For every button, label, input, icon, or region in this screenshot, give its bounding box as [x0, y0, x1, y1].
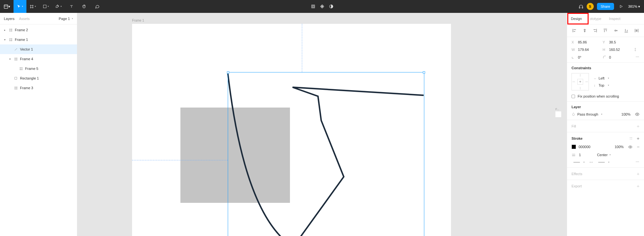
- swap-caps-icon[interactable]: [589, 160, 593, 164]
- h-field[interactable]: H160.52: [603, 48, 631, 52]
- constraint-horizontal-select[interactable]: ↔ Left ▾: [593, 76, 609, 80]
- shape-tool-button[interactable]: ▾: [39, 0, 52, 13]
- canvas[interactable]: Frame 1 179.64 × 160.52 F...: [77, 13, 567, 236]
- hand-tool-button[interactable]: [78, 0, 91, 13]
- constraints-widget[interactable]: +: [572, 73, 589, 90]
- effects-title: Effects: [572, 172, 582, 176]
- small-frame[interactable]: F...: [555, 111, 561, 117]
- transform-more-button[interactable]: ⋯: [636, 55, 639, 59]
- chevron-down-icon: ▾: [8, 5, 10, 9]
- export-section: Export +: [567, 180, 644, 192]
- layer-opacity-field[interactable]: 100%: [621, 112, 630, 116]
- zoom-control[interactable]: 381% ▾: [628, 5, 640, 9]
- corner-icon: [603, 55, 607, 59]
- corner-radius-field[interactable]: 0: [603, 55, 631, 59]
- svg-rect-0: [4, 5, 7, 8]
- add-fill-button[interactable]: +: [637, 123, 639, 129]
- visibility-toggle[interactable]: [635, 112, 639, 117]
- tab-assets[interactable]: Assets: [19, 17, 30, 21]
- x-field[interactable]: X85.86: [572, 40, 600, 44]
- vector-1-shape[interactable]: [228, 72, 424, 236]
- layer-row[interactable]: Frame 3: [0, 83, 77, 93]
- y-field[interactable]: Y38.5: [603, 40, 631, 44]
- chevron-down-icon: ▾: [583, 161, 585, 164]
- align-right-button[interactable]: [592, 28, 598, 33]
- export-title: Export: [572, 184, 582, 188]
- align-v-center-button[interactable]: [613, 28, 619, 33]
- svg-rect-5: [579, 7, 580, 8]
- layer-expand-toggle[interactable]: ▸: [3, 29, 6, 32]
- pen-tool-button[interactable]: ▾: [52, 0, 65, 13]
- transform-section: X85.86 Y38.5 W179.64 H160.52 0° 0 ⋯: [567, 37, 644, 63]
- headphones-icon[interactable]: [579, 4, 583, 9]
- frame-selection-button[interactable]: [311, 0, 315, 13]
- frame-tool-button[interactable]: ▾: [26, 0, 39, 13]
- chevron-down-icon: ▾: [608, 77, 609, 80]
- frame-icon: [9, 28, 13, 32]
- layer-row[interactable]: ▾Frame 1: [0, 35, 77, 44]
- stroke-hex-field[interactable]: 000000: [579, 145, 591, 149]
- w-field[interactable]: W179.64: [572, 48, 600, 52]
- add-stroke-button[interactable]: +: [637, 136, 639, 141]
- svg-rect-1: [43, 5, 46, 8]
- layer-expand-toggle[interactable]: ▾: [3, 38, 6, 41]
- page-selector[interactable]: Page 1 ▾: [59, 17, 73, 21]
- chevron-down-icon: ▾: [601, 113, 602, 116]
- add-export-button[interactable]: +: [637, 183, 639, 189]
- tab-layers[interactable]: Layers: [4, 17, 14, 21]
- frame-icon: [19, 67, 23, 71]
- blend-mode-select[interactable]: Pass through ▾: [577, 112, 620, 116]
- svg-point-13: [630, 146, 631, 147]
- stroke-align-select[interactable]: Center ▾: [597, 153, 611, 157]
- rotation-field[interactable]: 0°: [572, 55, 600, 59]
- stroke-visibility-toggle[interactable]: [628, 145, 632, 149]
- align-h-center-button[interactable]: [582, 28, 588, 33]
- tab-inspect[interactable]: Inspect: [605, 13, 624, 24]
- stroke-weight-field[interactable]: 1: [579, 153, 581, 157]
- constraint-vertical-select[interactable]: ↔ Top ▾: [593, 83, 609, 87]
- distribute-button[interactable]: [634, 28, 639, 33]
- layer-row[interactable]: ▾Frame 4: [0, 54, 77, 64]
- top-toolbar: ▾ ▾ ▾ ▾ ▾: [0, 0, 644, 13]
- comment-tool-button[interactable]: [91, 0, 104, 13]
- move-tool-button[interactable]: ▾: [14, 0, 26, 13]
- chevron-down-icon: ▾: [610, 154, 611, 156]
- chevron-down-icon: ▾: [608, 161, 610, 164]
- svg-point-10: [631, 137, 632, 138]
- align-top-button[interactable]: [602, 28, 608, 33]
- text-tool-button[interactable]: [65, 0, 78, 13]
- stroke-opacity-field[interactable]: 100%: [615, 145, 624, 149]
- layer-row[interactable]: Vector 1: [0, 44, 77, 54]
- chevron-down-icon: ▾: [22, 5, 23, 8]
- stroke-cap-start-select[interactable]: ▾: [572, 160, 586, 164]
- svg-rect-6: [582, 7, 583, 8]
- stroke-color-swatch[interactable]: [572, 145, 576, 149]
- chevron-down-icon: ▾: [72, 17, 73, 20]
- present-button[interactable]: [617, 5, 625, 8]
- constrain-proportions-button[interactable]: [634, 47, 639, 52]
- layer-name: Frame 2: [15, 28, 28, 32]
- add-effect-button[interactable]: +: [637, 171, 639, 176]
- user-avatar[interactable]: S: [587, 3, 594, 10]
- constraint-v-value: Top: [599, 83, 604, 87]
- align-left-button[interactable]: [572, 28, 577, 33]
- share-button[interactable]: Share: [597, 3, 614, 10]
- layer-row[interactable]: Rectangle 1: [0, 73, 77, 83]
- fix-position-checkbox-row[interactable]: Fix position when scrolling: [572, 94, 639, 98]
- stroke-advanced-button[interactable]: ⋯: [636, 160, 639, 164]
- stroke-cap-end-select[interactable]: ▾: [596, 160, 611, 164]
- stroke-styles-button[interactable]: [629, 137, 633, 140]
- tab-prototype[interactable]: ototype: [586, 13, 605, 24]
- layer-row[interactable]: Frame 5: [0, 64, 77, 73]
- fix-position-checkbox[interactable]: [572, 95, 575, 98]
- align-bottom-button[interactable]: [623, 28, 629, 33]
- frame-1[interactable]: Frame 1: [132, 24, 451, 236]
- component-button[interactable]: [320, 0, 324, 13]
- main-menu-button[interactable]: ▾: [0, 0, 14, 13]
- remove-stroke-button[interactable]: −: [637, 144, 639, 149]
- layer-expand-toggle[interactable]: ▾: [8, 58, 12, 61]
- constraint-h-value: Left: [599, 76, 604, 80]
- tab-design[interactable]: Design: [567, 13, 586, 24]
- layer-row[interactable]: ▸Frame 2: [0, 25, 77, 35]
- mask-button[interactable]: [329, 0, 333, 13]
